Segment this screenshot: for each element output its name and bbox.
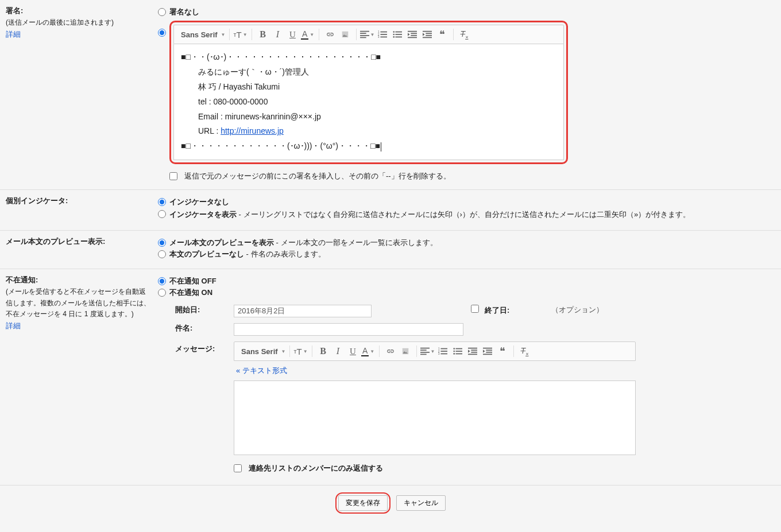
msg-bulleted-list-button[interactable] <box>450 344 465 359</box>
signature-label-block: 署名: (送信メールの最後に追加されます) 詳細 <box>6 6 158 181</box>
indicators-none-row: インジケータなし <box>158 197 775 207</box>
svg-rect-19 <box>426 35 432 36</box>
indicators-section: 個別インジケータ: インジケータなし インジケータを表示 - メーリングリストで… <box>0 190 781 231</box>
italic-button[interactable]: I <box>270 27 285 42</box>
font-family-selector[interactable]: Sans Serif ▼ <box>177 30 229 39</box>
indent-more-button[interactable] <box>420 27 435 42</box>
bulleted-list-button[interactable] <box>390 27 405 42</box>
signature-line-7: ■□・・・・・・・・・・・・(･ω･)))・(°ω°)・・・・□■ <box>181 139 556 154</box>
svg-rect-6 <box>380 37 387 38</box>
clear-formatting-icon: T× <box>521 346 529 357</box>
msg-text-color-button[interactable]: A▼ <box>361 344 376 359</box>
svg-point-30 <box>453 351 455 352</box>
signature-none-radio[interactable] <box>158 8 166 16</box>
insert-before-label: 返信で元のメッセージの前にこの署名を挿入し、その前の「--」行を削除する。 <box>184 171 451 181</box>
msg-font-size-button[interactable]: тT▼ <box>293 344 308 359</box>
indent-more-icon <box>423 30 432 38</box>
bold-button[interactable]: B <box>256 27 270 42</box>
signature-editor-body[interactable]: ■□・・(･ω･)・・・・・・・・・・・・・・・・・・□■ みるにゅーす(｀・ω… <box>173 44 564 160</box>
svg-rect-10 <box>395 34 402 35</box>
footer-buttons: 変更を保存 キャンセル <box>0 486 781 521</box>
vacation-title: 不在通知: <box>6 275 152 285</box>
svg-rect-33 <box>455 354 462 355</box>
svg-rect-12 <box>395 37 402 38</box>
signature-url-link[interactable]: http://mirunews.jp <box>221 126 284 135</box>
cancel-button[interactable]: キャンセル <box>396 495 446 511</box>
indent-less-button[interactable] <box>405 27 420 42</box>
snippets-section: メール本文のプレビュー表示: メール本文のプレビューを表示 - メール本文の一部… <box>0 231 781 269</box>
signature-line-3: 林 巧 / Hayashi Takumi <box>181 80 556 95</box>
svg-rect-35 <box>471 350 477 351</box>
snippets-hide-radio[interactable] <box>158 250 166 258</box>
indicators-title: 個別インジケータ: <box>6 196 152 206</box>
bulleted-list-icon <box>453 347 462 355</box>
msg-clear-formatting-button[interactable]: T× <box>517 344 532 359</box>
vacation-form-table: 開始日: 2016年8月2日 終了日: （オプション） 件名: メッセージ: <box>169 301 641 477</box>
insert-before-checkbox[interactable] <box>169 172 177 180</box>
vacation-on-label: 不在通知 ON <box>169 288 212 298</box>
subject-input[interactable] <box>234 323 463 336</box>
svg-rect-16 <box>408 37 417 38</box>
msg-font-family-selector[interactable]: Sans Serif ▼ <box>238 347 289 356</box>
svg-rect-40 <box>486 352 492 353</box>
font-size-button[interactable]: тT▼ <box>233 27 248 42</box>
msg-indent-more-button[interactable] <box>480 344 495 359</box>
numbered-list-icon: 123 <box>378 30 387 38</box>
svg-rect-36 <box>471 352 477 353</box>
vacation-off-radio[interactable] <box>158 277 166 285</box>
svg-rect-25 <box>440 351 447 352</box>
vacation-section: 不在通知: (メールを受信すると不在メッセージを自動返信します。複数のメールを送… <box>0 269 781 486</box>
vacation-learn-more-link[interactable]: 詳細 <box>6 321 21 331</box>
msg-bold-button[interactable]: B <box>316 344 331 359</box>
msg-underline-button[interactable]: U <box>346 344 361 359</box>
text-color-button[interactable]: A▼ <box>300 27 315 42</box>
clear-formatting-button[interactable]: T× <box>457 27 472 42</box>
svg-rect-31 <box>455 351 462 352</box>
indicators-none-label: インジケータなし <box>169 197 229 207</box>
vacation-off-label: 不在通知 OFF <box>169 276 216 286</box>
image-icon <box>341 30 349 38</box>
msg-image-button[interactable] <box>398 344 413 359</box>
svg-rect-23 <box>440 348 447 350</box>
end-date-checkbox[interactable] <box>471 305 479 313</box>
start-date-label: 開始日: <box>171 302 228 320</box>
msg-indent-less-button[interactable] <box>465 344 480 359</box>
plain-text-link[interactable]: « テキスト形式 <box>234 366 636 376</box>
signature-learn-more-link[interactable]: 詳細 <box>6 29 21 40</box>
message-editor-body[interactable] <box>234 380 636 455</box>
insert-before-row: 返信で元のメッセージの前にこの署名を挿入し、その前の「--」行を削除する。 <box>169 171 775 181</box>
signature-custom-radio[interactable] <box>158 29 166 37</box>
dropdown-arrow-icon: ▼ <box>281 349 286 354</box>
snippets-show-row: メール本文のプレビューを表示 - メール本文の一部をメール一覧に表示します。 <box>158 238 775 248</box>
snippets-show-radio[interactable] <box>158 239 166 247</box>
save-button[interactable]: 変更を保存 <box>338 495 388 511</box>
msg-link-button[interactable] <box>383 344 398 359</box>
svg-rect-27 <box>440 354 447 355</box>
subject-label: 件名: <box>171 321 228 338</box>
vacation-on-radio[interactable] <box>158 289 166 297</box>
msg-align-button[interactable]: ▼ <box>420 344 435 359</box>
quote-button[interactable]: ❝ <box>435 27 450 42</box>
underline-button[interactable]: U <box>285 27 300 42</box>
contacts-only-checkbox[interactable] <box>234 464 242 472</box>
svg-rect-38 <box>483 348 492 349</box>
quote-icon: ❝ <box>439 32 445 37</box>
image-icon <box>401 347 409 355</box>
signature-none-label: 署名なし <box>169 7 199 17</box>
indicators-show-radio[interactable] <box>158 210 166 218</box>
svg-rect-20 <box>423 37 432 38</box>
align-left-icon <box>360 30 369 38</box>
start-date-input[interactable]: 2016年8月2日 <box>234 305 372 317</box>
msg-italic-button[interactable]: I <box>331 344 346 359</box>
align-button[interactable]: ▼ <box>360 27 375 42</box>
svg-rect-41 <box>483 354 492 355</box>
msg-numbered-list-button[interactable]: 123 <box>435 344 450 359</box>
link-button[interactable] <box>323 27 338 42</box>
vacation-subtitle: (メールを受信すると不在メッセージを自動返信します。複数のメールを送信した相手に… <box>6 286 152 320</box>
msg-quote-button[interactable]: ❝ <box>495 344 510 359</box>
svg-point-11 <box>393 36 395 38</box>
numbered-list-button[interactable]: 123 <box>375 27 390 42</box>
image-button[interactable] <box>338 27 353 42</box>
indicators-none-radio[interactable] <box>158 198 166 206</box>
svg-point-28 <box>453 348 455 350</box>
